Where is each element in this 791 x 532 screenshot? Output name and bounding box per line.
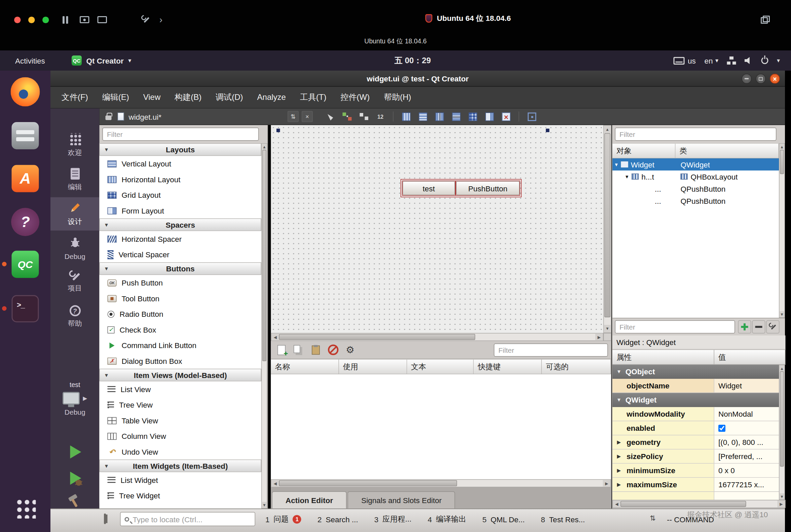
vm-minimize-button[interactable] — [28, 17, 35, 23]
form-resize-handle[interactable] — [277, 129, 280, 133]
scroll-right-icon[interactable]: ▶ — [603, 480, 611, 487]
property-group-qobject[interactable]: ▼QObject — [613, 365, 779, 379]
delete-action-icon[interactable] — [326, 343, 340, 357]
scroll-left-icon[interactable]: ◀ — [271, 334, 279, 341]
column-header-shortcut[interactable]: 快捷键 — [474, 359, 542, 374]
scroll-right-icon[interactable]: ▶ — [777, 500, 785, 508]
minimize-button[interactable] — [741, 74, 752, 84]
action-editor-table-body[interactable] — [271, 374, 611, 479]
close-document-button[interactable]: × — [302, 111, 313, 122]
scroll-down-icon[interactable]: ▼ — [262, 502, 267, 508]
pushbutton-test[interactable]: test — [402, 181, 455, 195]
scrollbar-thumb[interactable] — [262, 150, 266, 361]
category-buttons[interactable]: ▼Buttons — [99, 262, 262, 275]
object-row-hboxlayout[interactable]: ▾ h...t QHBoxLayout — [613, 171, 779, 183]
widget-item-table-view[interactable]: Table View — [99, 413, 262, 429]
edit-signals-slots-icon[interactable] — [341, 111, 354, 123]
layout-horizontally-icon[interactable] — [399, 111, 413, 123]
column-header-used[interactable]: 使用 — [339, 359, 407, 374]
widget-item-undo-view[interactable]: ↶Undo View — [99, 444, 262, 460]
column-header-class[interactable]: 类 — [676, 143, 779, 158]
menu-debug[interactable]: 调试(D) — [208, 87, 250, 108]
menu-analyze[interactable]: Analyze — [250, 87, 293, 108]
scroll-up-icon[interactable]: ▲ — [262, 144, 267, 150]
scroll-down-icon[interactable]: ▼ — [779, 493, 785, 499]
property-row-minimumsize[interactable]: ▶minimumSize 0 x 0 — [613, 464, 779, 478]
expand-icon[interactable]: ▶ — [617, 454, 621, 459]
property-editor-horizontal-scrollbar[interactable]: ◀ ▶ — [613, 500, 786, 508]
run-button[interactable] — [65, 443, 84, 463]
canvas-horizontal-scrollbar[interactable]: ◀ ▶ — [271, 333, 604, 341]
form-resize-handle[interactable] — [546, 129, 549, 133]
input-method-indicator[interactable]: en ▾ — [704, 56, 718, 65]
paste-action-icon[interactable] — [309, 343, 322, 357]
keyboard-layout-indicator[interactable]: us — [674, 56, 696, 65]
adjust-size-icon[interactable] — [525, 111, 539, 123]
widget-item-tree-widget[interactable]: Tree Widget — [99, 488, 262, 504]
scroll-right-icon[interactable]: ▶ — [595, 334, 603, 341]
column-header-name[interactable]: 名称 — [271, 359, 339, 374]
property-row-sizepolicy[interactable]: ▶sizePolicy [Preferred, ... — [613, 450, 779, 464]
scroll-left-icon[interactable]: ◀ — [271, 480, 279, 487]
show-applications-button[interactable] — [9, 492, 41, 524]
menu-view[interactable]: View — [136, 87, 168, 108]
new-action-icon[interactable] — [275, 343, 288, 357]
document-tab[interactable]: widget.ui* — [129, 112, 162, 121]
scrollbar-thumb[interactable] — [780, 371, 784, 467]
power-icon[interactable] — [761, 57, 768, 64]
object-row-widget[interactable]: ▾ Widget QWidget — [613, 158, 779, 171]
vm-pause-icon[interactable] — [62, 14, 68, 25]
enabled-checkbox[interactable] — [718, 424, 726, 432]
break-layout-icon[interactable]: × — [500, 111, 512, 123]
toggle-left-sidebar-button[interactable] — [104, 514, 106, 523]
property-settings-button[interactable] — [767, 321, 779, 334]
dock-firefox-button[interactable] — [9, 76, 41, 108]
dock-terminal-button[interactable]: >_ — [9, 292, 41, 325]
widget-item-push-button[interactable]: Push Button — [99, 275, 262, 291]
vm-display-icon[interactable] — [97, 14, 107, 25]
mode-design[interactable]: 设计 — [51, 197, 99, 231]
copy-action-icon[interactable] — [292, 343, 305, 357]
build-button[interactable] — [67, 493, 83, 511]
debug-run-button[interactable] — [65, 469, 84, 489]
scrollbar-thumb[interactable] — [780, 150, 784, 174]
widget-item-radio-button[interactable]: Radio Button — [99, 306, 262, 322]
edit-tab-order-icon[interactable] — [374, 111, 387, 123]
layout-horizontal-splitter-icon[interactable] — [433, 111, 446, 123]
vm-zoom-button[interactable] — [42, 17, 49, 23]
document-switch-button[interactable]: ⇅ — [287, 111, 299, 122]
scroll-down-icon[interactable]: ▼ — [779, 311, 785, 318]
mode-edit[interactable]: 编辑 — [51, 163, 99, 196]
widget-item-column-view[interactable]: Column View — [99, 429, 262, 444]
property-row-enabled[interactable]: enabled — [613, 421, 779, 436]
vm-snapshot-icon[interactable] — [80, 14, 90, 25]
menu-build[interactable]: 构建(B) — [168, 87, 208, 108]
layout-vertical-splitter-icon[interactable] — [450, 111, 463, 123]
output-pane-test-results[interactable]: 8Test Res... — [541, 515, 585, 524]
dock-qtcreator-button[interactable]: QC — [9, 248, 41, 281]
action-editor-horizontal-scrollbar[interactable]: ◀ ▶ — [271, 479, 611, 487]
object-inspector-scrollbar[interactable]: ▲ ▼ — [779, 143, 785, 318]
property-row-maximumsize[interactable]: ▶maximumSize 16777215 x... — [613, 478, 779, 492]
scroll-down-icon[interactable]: ▼ — [604, 325, 611, 332]
edit-widgets-icon[interactable] — [324, 111, 337, 123]
widget-item-list-widget[interactable]: List Widget — [99, 472, 262, 488]
widget-item-tool-button[interactable]: Tool Button — [99, 290, 262, 306]
expand-icon[interactable]: ▶ — [617, 482, 621, 488]
category-layouts[interactable]: ▼Layouts — [99, 143, 262, 156]
property-row-geometry[interactable]: ▶geometry [(0, 0), 800 ... — [613, 436, 779, 450]
widget-item-command-link-button[interactable]: Command Link Button — [99, 338, 262, 354]
expand-icon[interactable]: ▶ — [617, 468, 621, 474]
mode-welcome[interactable]: 欢迎 — [51, 129, 99, 162]
dock-help-button[interactable]: ? — [9, 206, 41, 238]
object-inspector-filter-input[interactable] — [615, 128, 776, 141]
tab-action-editor[interactable]: Action Editor — [272, 491, 347, 509]
object-row-pushbutton[interactable]: ... QPushButton — [613, 183, 779, 195]
property-row-partial[interactable] — [613, 492, 779, 500]
widget-item-list-view[interactable]: List View — [99, 381, 262, 397]
widget-item-tree-view[interactable]: Tree View — [99, 397, 262, 413]
column-header-text[interactable]: 文本 — [407, 359, 474, 374]
widget-item-grid-layout[interactable]: Grid Layout — [99, 187, 262, 203]
scrollbar-thumb[interactable] — [604, 133, 610, 317]
vm-tools-icon[interactable] — [141, 14, 150, 25]
